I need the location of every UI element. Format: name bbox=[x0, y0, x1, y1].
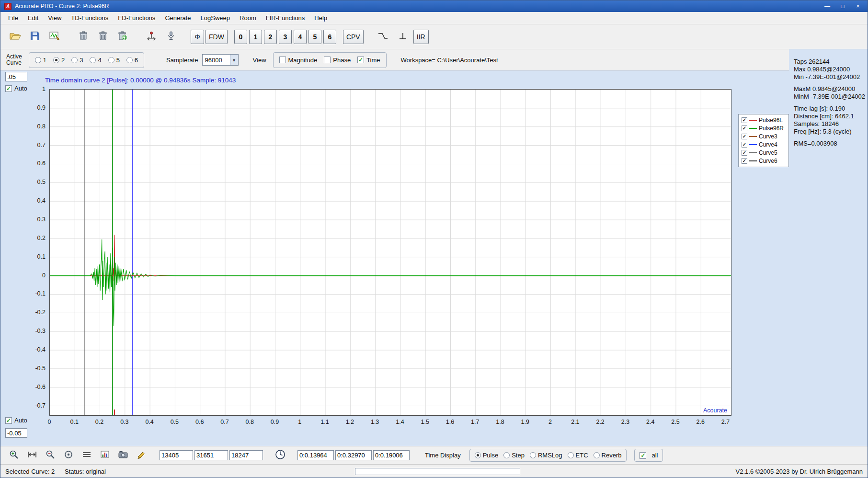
menu-item-fd-functions[interactable]: FD-Functions bbox=[113, 12, 160, 23]
legend-checkbox[interactable]: ✓ bbox=[742, 117, 747, 123]
minimize-button[interactable]: — bbox=[821, 2, 834, 11]
knee-curve-button[interactable] bbox=[374, 29, 392, 45]
snapshot-button[interactable] bbox=[115, 449, 131, 462]
active-curve-radio-2[interactable]: 2 bbox=[53, 57, 65, 64]
legend-checkbox[interactable]: ✓ bbox=[742, 142, 747, 148]
radio-option-label: 3 bbox=[80, 57, 83, 64]
time-field-1[interactable] bbox=[297, 450, 334, 460]
legend-checkbox[interactable]: ✓ bbox=[742, 158, 747, 164]
time-display-radio-reverb[interactable]: Reverb bbox=[594, 452, 622, 459]
chart-stats-button[interactable] bbox=[97, 449, 113, 462]
curve-number-button-2[interactable]: 2 bbox=[264, 30, 277, 44]
time-field-2[interactable] bbox=[335, 450, 372, 460]
legend-item-curve3[interactable]: ✓Curve3 bbox=[742, 133, 786, 140]
legend-item-curve6[interactable]: ✓Curve6 bbox=[742, 158, 786, 164]
legend-item-curve5[interactable]: ✓Curve5 bbox=[742, 149, 786, 156]
radio-icon bbox=[594, 452, 600, 458]
radio-icon bbox=[53, 57, 59, 63]
curve-number-button-6[interactable]: 6 bbox=[323, 30, 336, 44]
x-tick-label: 0.3 bbox=[120, 419, 128, 425]
menu-item-fir-functions[interactable]: FIR-Functions bbox=[261, 12, 310, 23]
delete-curve-button[interactable] bbox=[74, 29, 92, 45]
active-curve-radio-4[interactable]: 4 bbox=[90, 57, 101, 64]
fdw-button[interactable]: FDW bbox=[206, 30, 228, 44]
curve-number-button-4[interactable]: 4 bbox=[294, 30, 307, 44]
zoom-out-button[interactable] bbox=[43, 449, 58, 462]
view-checkbox-magnitude[interactable]: Magnitude bbox=[279, 57, 318, 64]
stats-line: Distance [cm]: 6462.1 bbox=[794, 113, 867, 120]
menu-item-room[interactable]: Room bbox=[235, 12, 261, 23]
radio-icon bbox=[530, 452, 536, 458]
view-checkbox-time[interactable]: ✓Time bbox=[357, 57, 380, 64]
radio-option-label: 1 bbox=[43, 57, 46, 64]
curve-number-button-3[interactable]: 3 bbox=[279, 30, 292, 44]
phi-button[interactable]: Φ bbox=[191, 30, 204, 44]
edit-button[interactable] bbox=[134, 449, 149, 462]
legend-item-pulse96l[interactable]: ✓Pulse96L bbox=[742, 117, 786, 124]
menu-item-generate[interactable]: Generate bbox=[160, 12, 195, 23]
curve-number-button-1[interactable]: 1 bbox=[249, 30, 262, 44]
time-display-radio-pulse[interactable]: Pulse bbox=[475, 452, 499, 459]
menu-item-view[interactable]: View bbox=[43, 12, 66, 23]
active-curve-radio-1[interactable]: 1 bbox=[35, 57, 46, 64]
window-controls: — □ × bbox=[821, 2, 865, 11]
y-tick-label: 0.3 bbox=[37, 216, 46, 223]
all-checkbox[interactable]: ✓ all bbox=[634, 449, 663, 462]
save-button[interactable] bbox=[26, 29, 44, 45]
time-field-3[interactable] bbox=[373, 450, 410, 460]
active-curve-radio-5[interactable]: 5 bbox=[108, 57, 120, 64]
menu-item-td-functions[interactable]: TD-Functions bbox=[66, 12, 113, 23]
legend-checkbox[interactable]: ✓ bbox=[742, 125, 747, 131]
auto-bottom-checkbox[interactable]: ✓ Auto bbox=[5, 417, 27, 424]
microphone-button[interactable] bbox=[162, 29, 180, 45]
maximize-button[interactable]: □ bbox=[836, 2, 849, 11]
x-tick-label: 1.3 bbox=[371, 419, 379, 425]
cursor-target-button[interactable] bbox=[61, 449, 76, 462]
plot-area[interactable]: Acourate bbox=[49, 89, 731, 416]
x-tick-label: 1.7 bbox=[471, 419, 479, 425]
fit-width-button[interactable] bbox=[24, 449, 40, 462]
stats-line: Samples: 18246 bbox=[794, 120, 867, 128]
clock-button[interactable] bbox=[273, 449, 288, 462]
control-bar: Active Curve 123456 Samplerate 96000 ▾ V… bbox=[0, 49, 789, 71]
y-tick-label: 0.4 bbox=[37, 197, 46, 204]
legend-checkbox[interactable]: ✓ bbox=[742, 134, 747, 139]
minimum-phase-button[interactable] bbox=[394, 29, 412, 45]
legend-item-pulse96r[interactable]: ✓Pulse96R bbox=[742, 125, 786, 132]
time-display-label: Time Display bbox=[425, 452, 461, 459]
open-button[interactable] bbox=[6, 29, 24, 45]
time-display-radio-rmslog[interactable]: RMSLog bbox=[530, 452, 562, 459]
auto-top-checkbox[interactable]: ✓ Auto bbox=[5, 85, 27, 92]
time-display-radio-step[interactable]: Step bbox=[503, 452, 525, 459]
legend-checkbox[interactable]: ✓ bbox=[742, 150, 747, 156]
menu-item-logsweep[interactable]: LogSweep bbox=[196, 12, 235, 23]
x-tick-label: 2 bbox=[548, 419, 552, 425]
sample-field-2[interactable] bbox=[194, 450, 228, 460]
samplerate-select[interactable]: 96000 ▾ bbox=[202, 54, 239, 66]
radio-option-label: RMSLog bbox=[538, 452, 562, 459]
time-display-radio-etc[interactable]: ETC bbox=[568, 452, 588, 459]
sample-field-3[interactable] bbox=[229, 450, 263, 460]
y-min-field[interactable] bbox=[5, 428, 27, 438]
recycle-curve-button[interactable] bbox=[114, 29, 132, 45]
cursor-lines-button[interactable] bbox=[79, 449, 94, 462]
menu-item-help[interactable]: Help bbox=[309, 12, 332, 23]
iir-button[interactable]: IIR bbox=[413, 30, 429, 44]
close-button[interactable]: × bbox=[851, 2, 865, 11]
view-checkbox-phase[interactable]: Phase bbox=[324, 57, 351, 64]
x-tick-label: 2.6 bbox=[697, 419, 705, 425]
active-curve-radio-3[interactable]: 3 bbox=[71, 57, 83, 64]
pulse-shift-button[interactable] bbox=[142, 29, 160, 45]
legend-item-curve4[interactable]: ✓Curve4 bbox=[742, 141, 786, 148]
sample-field-1[interactable] bbox=[160, 450, 193, 460]
menu-item-edit[interactable]: Edit bbox=[23, 12, 43, 23]
zoom-in-button[interactable] bbox=[6, 449, 22, 462]
menu-item-file[interactable]: File bbox=[3, 12, 23, 23]
curve-number-button-5[interactable]: 5 bbox=[308, 30, 321, 44]
curve-number-button-0[interactable]: 0 bbox=[234, 30, 247, 44]
y-max-field[interactable] bbox=[5, 72, 27, 81]
cpv-button[interactable]: CPV bbox=[343, 30, 364, 44]
active-curve-radio-6[interactable]: 6 bbox=[126, 57, 138, 64]
delete-all-curves-button[interactable] bbox=[94, 29, 112, 45]
curve-edit-button[interactable] bbox=[46, 29, 64, 45]
